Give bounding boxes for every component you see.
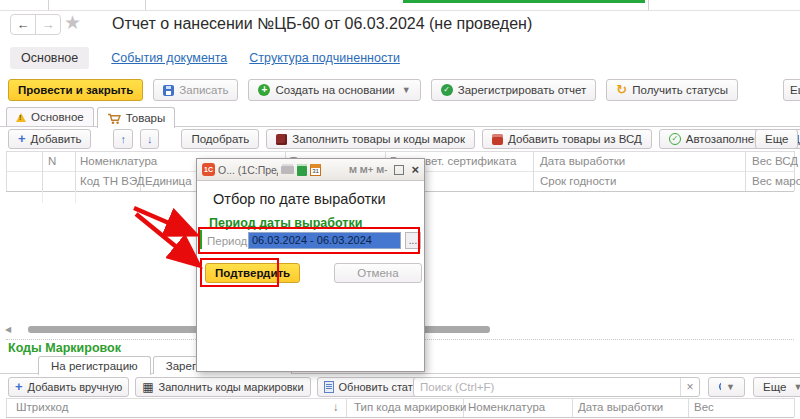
- goods-col-unit[interactable]: Единица: [145, 171, 192, 191]
- divider: [572, 398, 573, 417]
- divider: [6, 398, 7, 417]
- close-icon[interactable]: ×: [411, 163, 419, 176]
- codes-col-nomenclature[interactable]: Номенклатура: [468, 398, 545, 417]
- divider: [75, 191, 76, 203]
- period-label: Период:: [207, 235, 251, 247]
- create-based-on-button[interactable]: + Создать на основании ▼: [248, 79, 420, 101]
- period-input[interactable]: 06.03.2024 - 06.03.2024: [248, 232, 401, 249]
- tab-main[interactable]: Основное: [10, 47, 89, 69]
- add-manual-button[interactable]: + Добавить вручную: [8, 377, 129, 397]
- memory-minus-button[interactable]: M-: [376, 164, 387, 175]
- maximize-icon[interactable]: [394, 165, 404, 175]
- divider: [42, 151, 43, 191]
- search-box: ×: [413, 377, 700, 397]
- sort-descending-icon[interactable]: ↓: [333, 398, 339, 417]
- fill-goods-label: Заполнить товары и коды марок: [292, 133, 465, 145]
- plus-circle-icon: +: [258, 84, 270, 96]
- more-codes-label: Еще: [763, 381, 786, 393]
- add-row-label: Добавить: [31, 133, 82, 145]
- add-row-button[interactable]: + Добавить: [8, 129, 91, 149]
- more-button-goods[interactable]: Еще: [755, 129, 798, 149]
- page-title: Отчет о нанесении №ЦБ-60 от 06.03.2024 (…: [112, 15, 532, 33]
- dialog-titlebar[interactable]: 1С О... (1С:Пред 31 M M+ M- ×: [197, 159, 424, 181]
- fill-goods-button[interactable]: Заполнить товары и коды марок: [266, 129, 475, 149]
- save-button[interactable]: Записать: [153, 79, 238, 101]
- divider: [346, 398, 347, 417]
- divider: [688, 398, 689, 417]
- marking-codes-section-title[interactable]: Коды Маркировок: [8, 341, 121, 355]
- divider: [745, 151, 746, 191]
- tab-osnovnoe-label: Основное: [31, 111, 84, 123]
- refresh-icon: ↻: [616, 84, 627, 96]
- goods-col-nomenclature[interactable]: Номенклатура: [80, 151, 157, 171]
- search-options-button[interactable]: ▼: [708, 377, 745, 397]
- more-button-top[interactable]: Ещ: [783, 79, 800, 101]
- back-button[interactable]: ←: [11, 15, 35, 34]
- get-statuses-button[interactable]: ↻ Получить статусы: [606, 79, 738, 101]
- calculator-icon[interactable]: [297, 164, 307, 176]
- goods-col-tnved[interactable]: Код ТН ВЭД: [80, 171, 145, 191]
- move-down-button[interactable]: ↓: [140, 129, 160, 149]
- printer-icon[interactable]: [281, 166, 294, 174]
- main-toolbar: Провести и закрыть Записать + Создать на…: [8, 79, 738, 101]
- green-edge-mark: [200, 230, 202, 249]
- warning-icon: !: [16, 113, 26, 122]
- chevron-down-icon: ▼: [793, 382, 800, 392]
- add-manual-label: Добавить вручную: [28, 381, 123, 393]
- cart-icon: [107, 112, 121, 125]
- post-and-close-button[interactable]: Провести и закрыть: [8, 79, 143, 101]
- divider: [648, 0, 649, 10]
- floppy-icon: [163, 85, 174, 96]
- search-clear-icon[interactable]: ×: [680, 378, 699, 396]
- shield-icon: ✓: [441, 84, 453, 96]
- goods-col-marks-weight[interactable]: Вес марок: [752, 171, 800, 191]
- app-window: ← → ★ Отчет о нанесении №ЦБ-60 от 06.03.…: [0, 0, 800, 419]
- codes-toolbar: + Добавить вручную ▦ Заполнить коды марк…: [8, 377, 462, 397]
- tab-for-registration[interactable]: На регистрацию: [38, 356, 151, 375]
- cancel-button[interactable]: Отмена: [334, 263, 422, 283]
- memory-plus-button[interactable]: M+: [360, 164, 373, 175]
- tab-osnovnoe[interactable]: ! Основное: [6, 107, 94, 126]
- codes-col-production-date[interactable]: Дата выработки: [578, 398, 663, 417]
- forward-button[interactable]: →: [35, 15, 60, 34]
- qr-code-icon: ▦: [142, 381, 153, 393]
- dialog-title: О... (1С:Пред: [218, 164, 278, 176]
- goods-col-shelf-life[interactable]: Срок годности: [540, 171, 616, 191]
- plus-icon: +: [18, 133, 26, 145]
- calendar-icon[interactable]: 31: [310, 164, 321, 176]
- divider: [42, 191, 43, 203]
- plus-icon: +: [15, 381, 23, 393]
- tab-document-events[interactable]: События документа: [111, 51, 227, 65]
- add-from-vsd-button[interactable]: Добавить товары из ВСД: [482, 129, 652, 149]
- memory-button[interactable]: M: [349, 164, 357, 175]
- codes-col-marking-type[interactable]: Тип кода маркировки: [354, 398, 466, 417]
- codes-col-barcode[interactable]: Штрихкод: [16, 398, 68, 417]
- confirm-button[interactable]: Подтвердить: [205, 263, 300, 283]
- goods-col-production-date[interactable]: Дата выработки: [540, 151, 625, 171]
- favorite-star-icon[interactable]: ★: [64, 11, 81, 34]
- dialog-heading: Отбор по дате выработки: [213, 191, 386, 207]
- tab-tovary-label: Товары: [126, 112, 166, 124]
- add-from-vsd-label: Добавить товары из ВСД: [508, 133, 642, 145]
- divider: [6, 151, 7, 191]
- pick-button[interactable]: Подобрать: [181, 129, 259, 149]
- period-picker-button[interactable]: ...: [405, 232, 421, 249]
- tab-tovary[interactable]: Товары: [97, 107, 176, 128]
- register-report-label: Зарегистрировать отчет: [458, 84, 587, 96]
- divider: [533, 151, 534, 191]
- more-button-codes[interactable]: Еще ▼: [753, 377, 800, 397]
- divider: [794, 398, 795, 417]
- save-label: Записать: [179, 84, 228, 96]
- goods-col-n[interactable]: N: [48, 151, 56, 171]
- create-based-on-label: Создать на основании: [275, 84, 394, 96]
- fill-codes-button[interactable]: ▦ Заполнить коды маркировки: [135, 377, 310, 397]
- tab-subordination-structure[interactable]: Структура подчиненности: [249, 51, 400, 65]
- move-up-button[interactable]: ↑: [113, 129, 133, 149]
- codes-col-weight[interactable]: Вес: [694, 398, 714, 417]
- period-group-label: Период даты выработки: [209, 216, 362, 230]
- scroll-left-icon[interactable]: ◀: [5, 325, 11, 334]
- search-input[interactable]: [414, 381, 680, 393]
- filter-dialog: 1С О... (1С:Пред 31 M M+ M- × Отбор по д…: [196, 158, 425, 372]
- goods-col-vsd-weight[interactable]: Вес ВСД: [752, 151, 798, 171]
- register-report-button[interactable]: ✓ Зарегистрировать отчет: [431, 79, 597, 101]
